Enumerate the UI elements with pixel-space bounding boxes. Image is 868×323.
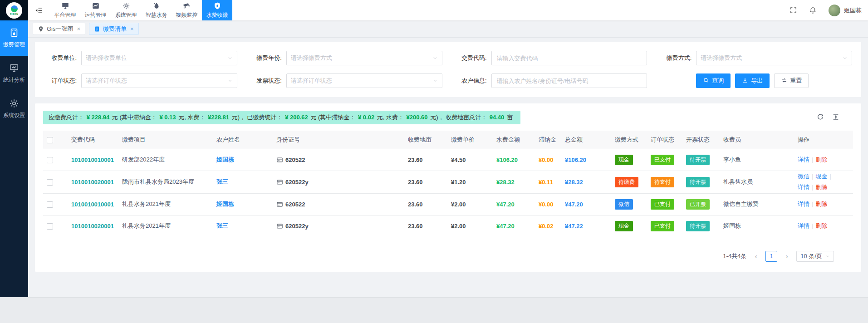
search-button[interactable]: 查询 bbox=[696, 73, 731, 88]
filter-year-select[interactable]: 请选择缴费方式 bbox=[286, 51, 442, 65]
close-icon[interactable]: × bbox=[77, 25, 81, 32]
filter-pay-code-input[interactable] bbox=[496, 54, 643, 62]
nav-item-platform[interactable]: 平台管理 bbox=[50, 0, 80, 20]
summary-label: 元 (其中滞纳金： bbox=[309, 114, 357, 121]
fullscreen-icon[interactable] bbox=[790, 6, 797, 14]
cell-code: 1010010020001 bbox=[68, 171, 118, 193]
pay-code-link[interactable]: 1010010010001 bbox=[71, 201, 114, 208]
nav-item-smart-water[interactable]: 智慧水务 bbox=[141, 0, 172, 20]
filter-farmer-info: 农户信息: bbox=[454, 73, 647, 88]
tab-label: 缴费清单 bbox=[103, 25, 127, 33]
cell-project: 礼县水务2021年度 bbox=[118, 215, 213, 237]
op-action-link[interactable]: 详情 bbox=[798, 201, 809, 207]
sidebar-item-stats[interactable]: 统计分析 bbox=[0, 56, 28, 91]
cell-unit-price: ¥1.20 bbox=[447, 171, 493, 193]
cell-invoice-status: 待开票 bbox=[682, 171, 720, 193]
sidebar-item-billing[interactable]: 缴费管理 bbox=[0, 20, 28, 56]
chart-icon bbox=[92, 2, 100, 10]
row-checkbox[interactable] bbox=[47, 223, 53, 230]
farmer-name-link[interactable]: 张三 bbox=[216, 178, 228, 185]
refresh-icon[interactable] bbox=[817, 113, 824, 121]
nav-item-system[interactable]: 系统管理 bbox=[111, 0, 141, 20]
reset-button[interactable]: 重置 bbox=[774, 73, 809, 88]
top-bar: RIEON 平台管理运营管理系统管理智慧水务视频监控水费收缴 姬国栋 bbox=[0, 0, 868, 20]
nav-item-label: 智慧水务 bbox=[146, 11, 167, 19]
op-action-link[interactable]: 微信 bbox=[798, 173, 809, 180]
summary-label: 亩 bbox=[505, 114, 513, 121]
footer-strip bbox=[0, 297, 868, 323]
map-pin-icon bbox=[38, 26, 44, 32]
nav-item-label: 系统管理 bbox=[115, 11, 137, 19]
farmer-name-link[interactable]: 张三 bbox=[216, 222, 228, 229]
summary-value: 94.40 bbox=[489, 114, 505, 121]
op-separator: | bbox=[812, 222, 813, 229]
op-action-link[interactable]: 详情 bbox=[798, 222, 809, 229]
close-icon[interactable]: × bbox=[130, 25, 134, 32]
filter-farmer-info-input[interactable] bbox=[496, 77, 643, 85]
sidebar-item-settings[interactable]: 系统设置 bbox=[0, 91, 28, 127]
pay-code-link[interactable]: 1010010020001 bbox=[71, 223, 114, 230]
farmer-name-link[interactable]: 姬国栋 bbox=[216, 156, 234, 163]
tab-billing-list[interactable]: 缴费清单× bbox=[89, 23, 139, 35]
sidebar-item-label: 系统设置 bbox=[3, 112, 25, 119]
bell-icon[interactable] bbox=[809, 6, 817, 14]
pay-code-link[interactable]: 1010010020001 bbox=[71, 179, 114, 186]
row-checkbox[interactable] bbox=[47, 157, 53, 163]
delete-action-link[interactable]: 删除 bbox=[815, 184, 827, 191]
cell-collector: 姬国栋 bbox=[720, 215, 794, 237]
cell-order-status: 已支付 bbox=[647, 215, 682, 237]
summary-value: ¥228.81 bbox=[207, 114, 230, 121]
area-value: 23.60 bbox=[408, 157, 423, 163]
cell-unit-price: ¥2.00 bbox=[447, 193, 493, 215]
pagination-next-button[interactable]: › bbox=[781, 251, 792, 262]
delete-action-link[interactable]: 删除 bbox=[815, 222, 827, 229]
menu-fold-icon[interactable] bbox=[28, 0, 50, 20]
cell-total: ¥47.20 bbox=[561, 193, 611, 215]
filter-unit: 收费单位:请选择收费单位 bbox=[44, 51, 237, 65]
row-checkbox[interactable] bbox=[47, 201, 53, 208]
reset-icon bbox=[781, 77, 787, 85]
cell-late-fee: ¥0.02 bbox=[535, 215, 561, 237]
select-all-checkbox[interactable] bbox=[47, 137, 53, 143]
column-header-unit_price: 缴费单价 bbox=[447, 131, 493, 149]
op-action-link[interactable]: 详情 bbox=[798, 184, 809, 191]
op-action-link[interactable]: 现金 bbox=[815, 173, 827, 180]
total-value: ¥106.20 bbox=[565, 157, 586, 163]
chevron-down-icon bbox=[825, 254, 830, 259]
cell-late-fee: ¥0.11 bbox=[535, 171, 561, 193]
tab-gis[interactable]: Gis一张图× bbox=[33, 23, 85, 35]
export-button[interactable]: 导出 bbox=[735, 73, 770, 88]
pagination-page-1[interactable]: 1 bbox=[765, 251, 777, 262]
card-icon bbox=[276, 223, 283, 230]
op-action-link[interactable]: 详情 bbox=[798, 156, 809, 163]
cell-water-amount: ¥47.20 bbox=[493, 215, 535, 237]
delete-action-link[interactable]: 删除 bbox=[815, 201, 827, 207]
payment-method-badge: 待缴费 bbox=[615, 177, 638, 187]
user-menu[interactable]: 姬国栋 bbox=[829, 5, 862, 16]
pagination-prev-button[interactable]: ‹ bbox=[750, 251, 761, 262]
cell-select bbox=[43, 149, 68, 171]
filter-label: 交费代码: bbox=[454, 54, 487, 62]
cell-project: 陇南市礼县水务局2023年度 bbox=[118, 171, 213, 193]
filter-pay-method-select[interactable]: 请选择缴费方式 bbox=[696, 51, 852, 65]
nav-item-water-fee[interactable]: 水费收缴 bbox=[202, 0, 232, 20]
density-icon[interactable] bbox=[832, 113, 839, 121]
pay-code-link[interactable]: 1010010010001 bbox=[71, 157, 114, 163]
nav-item-operation[interactable]: 运营管理 bbox=[80, 0, 111, 20]
farmer-name-link[interactable]: 姬国栋 bbox=[216, 201, 234, 207]
row-checkbox[interactable] bbox=[47, 179, 53, 186]
area-value: 23.60 bbox=[408, 201, 423, 208]
cell-collector: 微信自主缴费 bbox=[720, 193, 794, 215]
cell-id-card: 620522y bbox=[273, 215, 404, 237]
gear-icon bbox=[122, 2, 130, 10]
payment-method-badge: 现金 bbox=[615, 155, 633, 165]
delete-action-link[interactable]: 删除 bbox=[815, 156, 827, 163]
logo-text: RIEON bbox=[10, 13, 18, 15]
filter-order-status-select[interactable]: 请选择订单状态 bbox=[81, 73, 237, 88]
page-size-select[interactable]: 10 条/页 bbox=[796, 251, 834, 262]
search-icon bbox=[703, 77, 709, 85]
nav-item-video[interactable]: 视频监控 bbox=[172, 0, 202, 20]
filter-invoice-status-select[interactable]: 请选择订单状态 bbox=[286, 73, 442, 88]
order-status-badge: 待支付 bbox=[651, 177, 674, 187]
filter-unit-select[interactable]: 请选择收费单位 bbox=[81, 51, 237, 65]
